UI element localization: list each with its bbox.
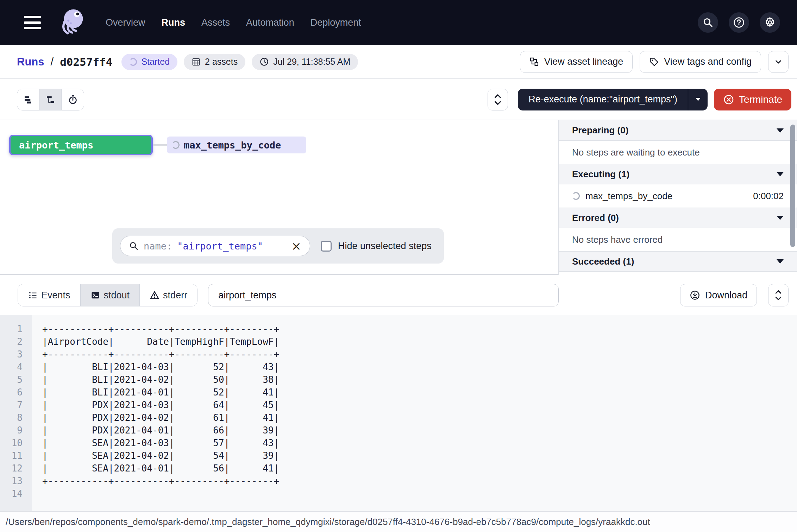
- line-number: 8: [0, 411, 32, 424]
- search-icon: [129, 241, 139, 251]
- chevron-down-icon: [774, 57, 783, 66]
- nav-utilities: [698, 12, 780, 33]
- line-number: 13: [0, 475, 32, 487]
- section-preparing[interactable]: Preparing (0): [559, 120, 797, 141]
- timestamp-badge: Jul 29, 11:38:55 AM: [252, 54, 358, 70]
- step-node-airport-temps[interactable]: airport_temps: [9, 135, 153, 155]
- panel-scrollbar[interactable]: [790, 125, 795, 247]
- hide-unselected-label: Hide unselected steps: [338, 241, 432, 252]
- section-executing-title: Executing (1): [572, 169, 629, 180]
- menu-button[interactable]: [24, 16, 41, 29]
- executing-elapsed-time: 0:00:02: [753, 191, 784, 202]
- gantt-waterfall-icon: [45, 94, 56, 105]
- terminal-icon: [90, 290, 100, 300]
- step-node-max-temps-by-code[interactable]: max_temps_by_code: [167, 137, 306, 153]
- assets-badge[interactable]: 2 assets: [184, 54, 245, 70]
- nav-automation[interactable]: Automation: [246, 17, 294, 28]
- log-output: +-----------+----------+---------+------…: [32, 315, 797, 511]
- executing-spinner-icon: [172, 141, 180, 149]
- log-viewer[interactable]: 1 2 3 4 5 6 7 8 9 10 11 12 13 14 +------…: [0, 315, 797, 511]
- run-badges: Started 2 assets Jul 29, 11:38:55 AM: [121, 54, 358, 70]
- status-badge: Started: [121, 54, 177, 70]
- compute-logs-section: Events stdout stderr: [0, 276, 797, 532]
- line-number: 5: [0, 373, 32, 386]
- line-number: 12: [0, 462, 32, 475]
- view-tags-config-label: View tags and config: [664, 56, 752, 67]
- view-timer-button[interactable]: [62, 89, 84, 110]
- filter-query-prefix: name:: [144, 241, 172, 252]
- clear-filter-button[interactable]: ×: [291, 240, 302, 252]
- view-asset-lineage-button[interactable]: View asset lineage: [520, 51, 633, 73]
- gantt-flat-icon: [23, 94, 33, 105]
- hide-unselected-checkbox[interactable]: [321, 241, 332, 252]
- reexecute-dropdown-button[interactable]: [688, 89, 708, 110]
- status-label: Started: [141, 57, 170, 67]
- line-number: 7: [0, 399, 32, 411]
- log-line: | BLI|2021-04-02| 50| 38|: [42, 373, 797, 386]
- nav-overview[interactable]: Overview: [106, 17, 145, 28]
- section-errored[interactable]: Errored (0): [559, 208, 797, 228]
- clock-icon: [259, 57, 269, 66]
- search-button[interactable]: [698, 12, 718, 33]
- breadcrumb-runs-link[interactable]: Runs: [17, 56, 44, 68]
- preparing-empty-text: No steps are waiting to execute: [572, 147, 700, 158]
- log-line: | PDX|2021-04-01| 66| 39|: [42, 424, 797, 437]
- log-step-selector-value: airport_temps: [218, 290, 276, 301]
- start-time-label: Jul 29, 11:38:55 AM: [273, 57, 350, 67]
- nav-deployment[interactable]: Deployment: [310, 17, 361, 28]
- line-number: 10: [0, 437, 32, 449]
- reexecute-button[interactable]: Re-execute (name:"airport_temps"): [518, 94, 688, 105]
- tab-stderr[interactable]: stderr: [140, 284, 197, 306]
- gantt-canvas[interactable]: airport_temps max_temps_by_code name: "a…: [0, 120, 558, 274]
- expand-log-panel-button[interactable]: [768, 284, 789, 306]
- log-line: [42, 487, 797, 500]
- errored-empty-text: No steps have errored: [572, 234, 663, 245]
- run-execution-actions: Re-execute (name:"airport_temps") Termin…: [488, 89, 791, 110]
- more-run-actions-button[interactable]: [768, 51, 789, 73]
- view-waterfall-gantt-button[interactable]: [39, 89, 62, 110]
- line-number: 1: [0, 323, 32, 335]
- tab-stderr-label: stderr: [163, 290, 187, 301]
- tab-stdout[interactable]: stdout: [81, 284, 140, 306]
- log-type-tabs: Events stdout stderr: [18, 284, 197, 306]
- dagster-logo[interactable]: [57, 6, 87, 39]
- nav-runs[interactable]: Runs: [162, 17, 186, 28]
- log-line: +-----------+----------+---------+------…: [42, 348, 797, 361]
- download-log-button[interactable]: Download: [680, 284, 757, 306]
- step-filter-input[interactable]: name: "airport_temps" ×: [120, 236, 310, 256]
- terminate-icon: [723, 94, 734, 105]
- tab-events[interactable]: Events: [18, 284, 81, 306]
- nav-assets[interactable]: Assets: [201, 17, 230, 28]
- zoom-fit-button[interactable]: [488, 89, 508, 110]
- section-succeeded[interactable]: Succeeded (1): [559, 251, 797, 272]
- help-button[interactable]: [729, 12, 749, 33]
- run-id: d0257ff4: [60, 56, 112, 68]
- breadcrumb-separator: /: [51, 56, 54, 68]
- step-node-label: max_temps_by_code: [184, 140, 281, 151]
- step-filter-bar: name: "airport_temps" × Hide unselected …: [112, 228, 444, 264]
- log-line: | SEA|2021-04-03| 57| 43|: [42, 437, 797, 449]
- section-preparing-title: Preparing (0): [572, 125, 628, 136]
- assets-count-label: 2 assets: [205, 57, 238, 67]
- menu-icon: [24, 16, 41, 18]
- section-succeeded-title: Succeeded (1): [572, 256, 634, 267]
- terminate-button[interactable]: Terminate: [714, 89, 791, 110]
- warning-triangle-icon: [150, 290, 159, 300]
- download-icon: [690, 290, 700, 300]
- log-step-selector[interactable]: airport_temps: [208, 284, 559, 306]
- settings-button[interactable]: [760, 12, 780, 33]
- view-flat-gantt-button[interactable]: [17, 89, 39, 110]
- log-line: | BLI|2021-04-01| 52| 41|: [42, 386, 797, 399]
- help-icon: [733, 17, 745, 28]
- section-executing[interactable]: Executing (1): [559, 164, 797, 184]
- primary-nav: Overview Runs Assets Automation Deployme…: [106, 17, 361, 28]
- terminate-label: Terminate: [739, 94, 782, 105]
- dagster-run-page: Overview Runs Assets Automation Deployme…: [0, 0, 797, 532]
- errored-empty-row: No steps have errored: [559, 228, 797, 251]
- line-number: 3: [0, 348, 32, 361]
- stopwatch-icon: [68, 94, 78, 105]
- log-line: | BLI|2021-04-03| 52| 43|: [42, 361, 797, 373]
- view-tags-config-button[interactable]: View tags and config: [640, 51, 761, 73]
- line-number: 6: [0, 386, 32, 399]
- executing-step-row[interactable]: max_temps_by_code 0:00:02: [559, 184, 797, 208]
